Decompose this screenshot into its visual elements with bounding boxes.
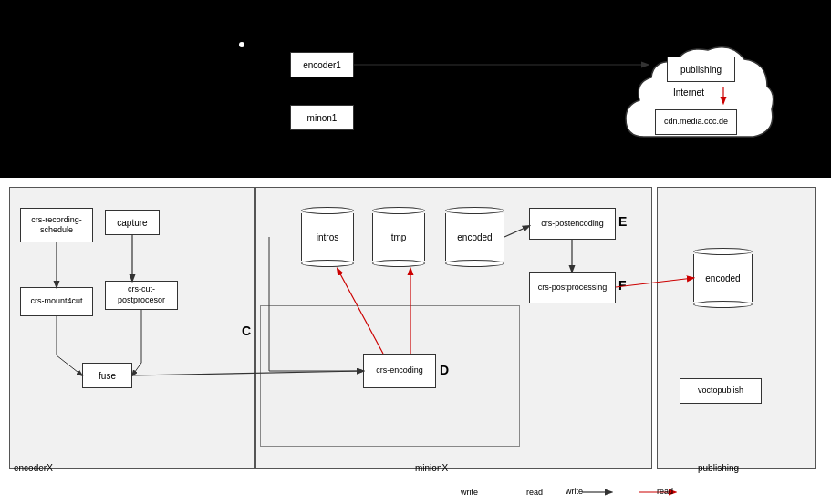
minionx-label: minionX [415, 463, 448, 473]
read-legend: read [513, 488, 543, 497]
minon1-box: minon1 [290, 105, 354, 130]
publishing-bottom-label: publishing [698, 463, 739, 473]
crs-recording-box: crs-recording-schedule [20, 208, 93, 242]
encoded-pub-top [693, 248, 753, 255]
legend-write-text: write [566, 487, 583, 496]
crs-mount4cut-box: crs-mount4cut [20, 287, 93, 316]
publishing-label: publishing [680, 64, 722, 76]
intros-cylinder-top [301, 207, 354, 214]
encoder1-box: encoder1 [290, 52, 354, 77]
capture-box: capture [105, 210, 160, 235]
label-f: F [618, 278, 627, 293]
tmp-cylinder-top [372, 207, 425, 214]
tmp-cylinder-body: tmp [372, 213, 425, 261]
encoderx-label: encoderX [14, 463, 53, 473]
publishing-bottom-section [657, 187, 816, 469]
intros-cylinder-body: intros [301, 213, 354, 261]
dot [239, 42, 244, 47]
fuse-box: fuse [82, 363, 132, 388]
encoded-publishing-cylinder: encoded [693, 246, 753, 310]
encoded-minion-top [445, 207, 504, 214]
label-d: D [440, 363, 449, 377]
encoder1-label: encoder1 [303, 59, 341, 71]
legend: write read [461, 488, 543, 497]
encoded-minion-cylinder: encoded [445, 205, 504, 269]
legend-read-text: read [657, 487, 673, 496]
minon1-label: minon1 [307, 112, 338, 124]
intros-cylinder-bottom [301, 260, 354, 267]
cdn-box: cdn.media.ccc.de [655, 109, 737, 135]
tmp-cylinder-bottom [372, 260, 425, 267]
encoded-pub-body: encoded [693, 254, 753, 302]
crs-postprocessing-box: crs-postprocessing [529, 272, 616, 303]
label-c: C [242, 324, 251, 338]
encoded-minion-bottom [445, 260, 504, 267]
intros-cylinder: intros [301, 205, 354, 269]
crs-cut-box: crs-cut-postprocesor [105, 281, 178, 310]
crs-postencoding-box: crs-postencoding [529, 208, 616, 240]
label-e: E [618, 214, 627, 229]
encoded-minion-body: encoded [445, 213, 504, 261]
tmp-cylinder: tmp [372, 205, 425, 269]
encoded-pub-bottom [693, 301, 753, 308]
cloud-container: publishing Internet cdn.media.ccc.de [617, 27, 776, 169]
cloud-svg [617, 27, 776, 169]
write-legend: write [461, 488, 504, 497]
voctopublish-box: voctopublish [680, 378, 762, 404]
crs-encoding-box: crs-encoding [363, 354, 436, 388]
internet-label: Internet [673, 87, 704, 98]
cdn-label: cdn.media.ccc.de [664, 117, 728, 128]
publishing-top-box: publishing [667, 57, 735, 82]
